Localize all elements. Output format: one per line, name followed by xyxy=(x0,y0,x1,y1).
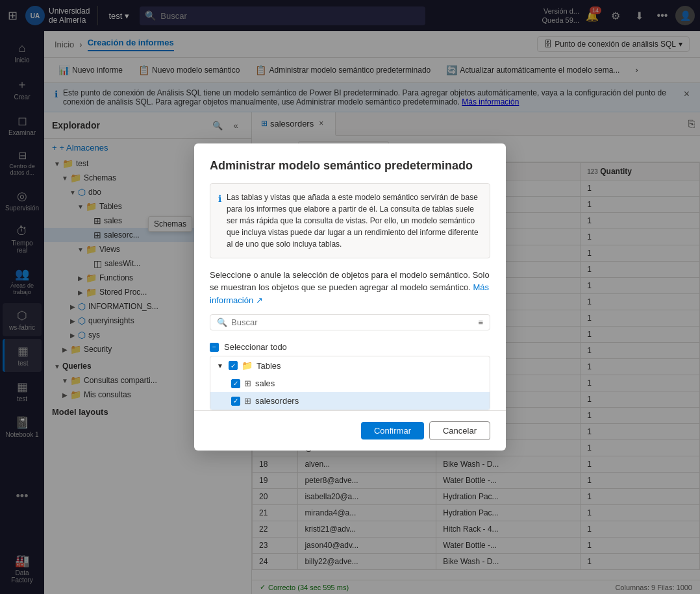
modal-title: Administrar modelo semántico predetermin… xyxy=(194,143,506,183)
modal-salesorders-row[interactable]: ✓ ⊞ salesorders xyxy=(210,392,490,410)
info-box-icon: ℹ xyxy=(218,192,221,250)
modal-search-icon: 🔍 xyxy=(217,317,227,327)
tables-folder-icon: 📁 xyxy=(242,360,253,371)
sales-table-icon: ⊞ xyxy=(244,378,251,388)
modal-sales-row[interactable]: ✓ ⊞ sales xyxy=(210,375,490,392)
salesorders-label: salesorders xyxy=(255,396,299,406)
modal-tables-row[interactable]: ▼ ✓ 📁 Tables xyxy=(210,356,490,375)
select-all-checkbox[interactable]: − xyxy=(210,343,219,352)
modal-info-box: ℹ Las tablas y vistas que añada a este m… xyxy=(210,183,490,258)
modal-description: Seleccione o anule la selección de objet… xyxy=(210,269,490,307)
tables-toggle: ▼ xyxy=(217,362,225,369)
modal-overlay: Administrar modelo semántico predetermin… xyxy=(0,0,700,594)
modal-tree-section: ▼ ✓ 📁 Tables ✓ ⊞ sales ✓ ⊞ salesorders xyxy=(210,356,490,410)
modal-search-bar: 🔍 ≡ xyxy=(210,314,490,330)
tables-checkbox[interactable]: ✓ xyxy=(229,361,238,370)
tables-label: Tables xyxy=(256,361,281,371)
sales-label: sales xyxy=(255,378,275,388)
info-box-text: Las tablas y vistas que añada a este mod… xyxy=(227,192,482,250)
sales-checkbox[interactable]: ✓ xyxy=(231,379,240,388)
cancel-button[interactable]: Cancelar xyxy=(429,421,490,440)
manage-semantic-modal: Administrar modelo semántico predetermin… xyxy=(194,143,506,451)
salesorders-checkbox[interactable]: ✓ xyxy=(231,397,240,406)
modal-filter-icon[interactable]: ≡ xyxy=(478,317,483,327)
modal-search-input[interactable] xyxy=(231,317,474,327)
confirm-button[interactable]: Confirmar xyxy=(361,422,424,439)
modal-body: ℹ Las tablas y vistas que añada a este m… xyxy=(194,183,506,411)
select-all-label: Seleccionar todo xyxy=(224,342,287,352)
select-all-row[interactable]: − Seleccionar todo xyxy=(210,338,490,356)
salesorders-table-icon: ⊞ xyxy=(244,396,251,406)
modal-footer: Confirmar Cancelar xyxy=(194,410,506,451)
